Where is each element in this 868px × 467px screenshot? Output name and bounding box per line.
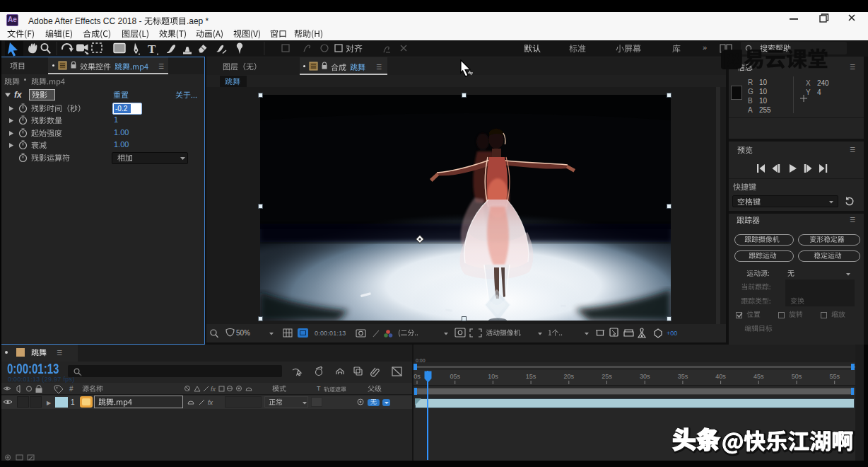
svg-text:0s: 0s <box>414 373 421 380</box>
svg-text:T: T <box>148 42 156 56</box>
svg-text:50s: 50s <box>792 373 802 380</box>
svg-text:35s: 35s <box>678 373 688 380</box>
svg-text:15s: 15s <box>526 373 536 380</box>
svg-text:30s: 30s <box>640 373 650 380</box>
svg-text:55s: 55s <box>829 373 840 380</box>
svg-text:25s: 25s <box>602 373 612 380</box>
svg-text:10s: 10s <box>488 373 498 380</box>
svg-text:fx: fx <box>211 386 216 393</box>
svg-text:05s: 05s <box>450 373 460 380</box>
svg-text:fx: fx <box>208 399 213 406</box>
svg-text:40s: 40s <box>715 373 726 380</box>
svg-text:45s: 45s <box>753 373 764 380</box>
svg-text:+00: +00 <box>667 330 677 337</box>
svg-text:20s: 20s <box>564 373 575 380</box>
